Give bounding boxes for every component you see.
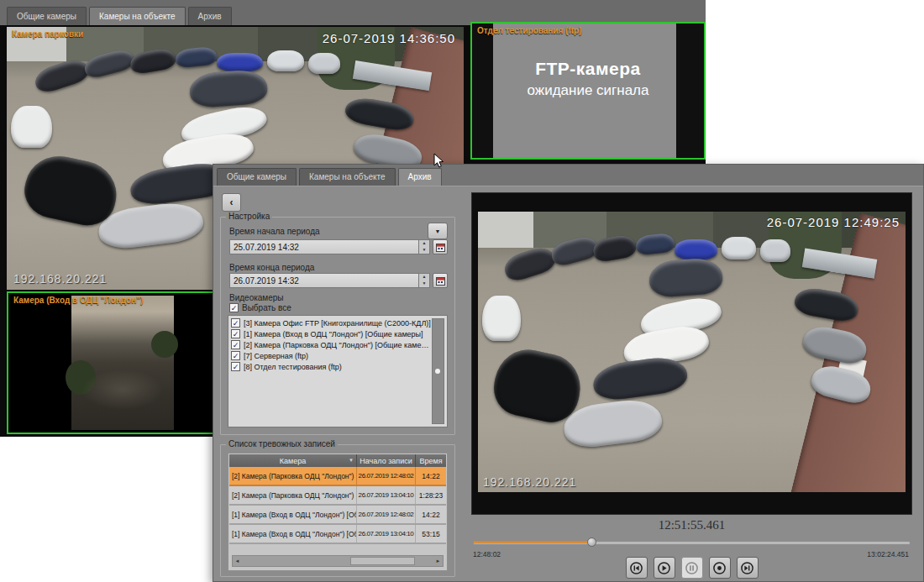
tab[interactable]: Архив [188,7,232,25]
select-all-checkbox[interactable]: ✓ [229,303,239,312]
timeline-fill [473,541,591,543]
table-horizontal-scrollbar[interactable]: ◄ ► [232,555,444,567]
camera-checkbox[interactable]: ✓ [231,329,240,338]
record-camera-cell: [1] Камера (Вход в ОДЦ "Лондон") [Общие … [229,525,357,543]
alarm-record-row[interactable]: [2] Камера (Парковка ОДЦ "Лондон") [Об..… [229,467,446,486]
camera-item-label: [2] Камера (Парковка ОДЦ "Лондон") [Общи… [244,341,432,349]
timeline-thumb[interactable] [587,537,596,547]
spin-up-icon[interactable]: ▲ [419,274,429,281]
select-all-label: Выбрать все [242,303,291,312]
timeline-slider[interactable] [473,537,911,547]
parking-lot-scene [478,212,906,492]
camera-item-label: [3] Камера Офис FTP [Книгохранилище (С20… [244,319,431,328]
record-duration-cell: 14:22 [416,506,446,523]
camera-checkbox[interactable]: ✓ [231,362,240,371]
car-shape [267,50,304,71]
camera-list-scrollbar[interactable] [432,318,444,424]
hallway-scene [71,296,174,430]
car-shape [675,239,717,259]
camera-item-label: [8] Отдел тестирования (ftp) [244,363,342,371]
period-dropdown-button[interactable]: ▼ [428,223,448,239]
column-header-camera[interactable]: Камера ▼ [229,454,357,467]
scroll-left-arrow[interactable]: ◄ [233,556,242,566]
camera-view-ftp[interactable]: FTP-камера ожидание сигнала Отдел тестир… [470,22,706,160]
sort-descending-icon: ▼ [349,458,354,463]
camera-checkbox-list[interactable]: ✓ [3] Камера Офис FTP [Книгохранилище (С… [228,315,448,427]
camera-list-item[interactable]: ✓ [8] Отдел тестирования (ftp) [231,361,432,372]
pause-button[interactable] [681,557,703,579]
stop-button[interactable] [709,557,731,579]
tab[interactable]: Камеры на объекте [299,168,396,186]
car-shape [760,239,790,262]
select-all-row[interactable]: ✓ Выбрать все [229,303,291,312]
spin-down-icon[interactable]: ▼ [419,281,429,287]
record-start-cell: 26.07.2019 12:48:02 [357,467,416,485]
column-header-label: Начало записи [360,457,412,465]
camera-name-label: Камера (Вход в ОДЦ "Лондон") [13,296,143,305]
settings-group: Настройка Время начала периода ▼ 25.07.2… [220,217,455,435]
column-header-start[interactable]: Начало записи [357,454,416,467]
alarm-record-row[interactable]: [1] Камера (Вход в ОДЦ "Лондон") [Общие … [229,525,446,544]
car-shape [501,244,557,283]
period-start-calendar-button[interactable] [433,239,448,254]
camera-list-item[interactable]: ✓ [2] Камера (Парковка ОДЦ "Лондон") [Об… [231,339,432,350]
chevron-down-icon: ▼ [435,228,441,234]
tab[interactable]: Общие камеры [217,168,297,186]
jump-to-end-button[interactable] [737,557,759,579]
period-start-spinner[interactable]: ▲ ▼ [419,239,430,254]
alarm-records-group: Список тревожных записей Камера ▼ Начало… [220,444,455,577]
tab[interactable]: Камеры на объекте [89,7,186,25]
period-start-row: 25.07.2019 14:32 ▲ ▼ [229,239,448,254]
camera-name-label: Отдел тестирования (ftp) [477,26,582,35]
table-body: [2] Камера (Парковка ОДЦ "Лондон") [Об..… [229,467,446,544]
table-header: Камера ▼ Начало записи Время [229,454,446,467]
back-button[interactable]: ‹ [222,193,241,212]
tab[interactable]: Архив [398,168,442,186]
alarm-record-row[interactable]: [2] Камера (Парковка ОДЦ "Лондон") [Об..… [229,486,446,506]
camera-list-item[interactable]: ✓ [1] Камера (Вход в ОДЦ "Лондон") [Общи… [231,328,432,339]
camera-item-label: [7] Серверная (ftp) [244,352,308,360]
spin-up-icon[interactable]: ▲ [419,240,429,247]
car-shape [308,53,340,74]
stop-icon [712,561,727,575]
column-header-label: Камера [280,457,306,465]
camera-item-label: [1] Камера (Вход в ОДЦ "Лондон") [Общие … [244,330,423,338]
pause-icon [685,561,699,575]
playback-video-frame: 26-07-2019 12:49:25 192.168.20.221 [471,192,912,515]
spin-down-icon[interactable]: ▼ [419,247,429,254]
archive-window-tabbar: Общие камеры Камеры на объекте Архив [213,165,923,186]
car-shape [11,106,52,148]
scroll-right-arrow[interactable]: ► [433,556,443,566]
floor-shine [81,370,164,410]
period-end-calendar-button[interactable] [433,273,448,288]
camera-checkbox[interactable]: ✓ [231,351,240,360]
scrollbar-thumb[interactable] [350,557,415,565]
jump-to-start-button[interactable] [626,557,648,579]
period-start-label: Время начала периода [229,227,320,236]
record-duration-cell: 53:15 [416,525,446,543]
camera-list-item[interactable]: ✓ [7] Серверная (ftp) [231,350,432,361]
play-button[interactable] [654,557,675,579]
current-playback-time: 12:51:55.461 [471,518,912,532]
car-shape [591,354,690,403]
camera-list-item[interactable]: ✓ [3] Камера Офис FTP [Книгохранилище (С… [231,317,432,328]
record-camera-cell: [2] Камера (Парковка ОДЦ "Лондон") [Об..… [229,486,357,504]
calendar-icon [436,276,445,286]
period-end-input[interactable]: 26.07.2019 14:32 [229,273,419,288]
tab[interactable]: Общие камеры [7,7,87,25]
column-header-duration[interactable]: Время [416,454,446,467]
camera-checkbox[interactable]: ✓ [231,340,240,349]
mouse-cursor [433,153,444,169]
jump-to-start-icon [629,561,643,575]
alarm-record-row[interactable]: [1] Камера (Вход в ОДЦ "Лондон") [Общие … [229,506,446,525]
camera-checkbox[interactable]: ✓ [231,318,240,328]
period-start-input[interactable]: 25.07.2019 14:32 [229,239,419,254]
record-start-cell: 26.07.2019 13:04:10 [357,525,416,543]
period-end-row: 26.07.2019 14:32 ▲ ▼ [229,273,448,288]
column-header-label: Время [419,457,442,465]
period-end-spinner[interactable]: ▲ ▼ [419,273,430,288]
record-start-cell: 26.07.2019 12:48:02 [357,506,416,523]
period-end-label: Время конца периода [229,263,314,272]
scrollbar-dot[interactable] [435,369,440,374]
playback-ip-watermark: 192.168.20.221 [483,475,576,489]
